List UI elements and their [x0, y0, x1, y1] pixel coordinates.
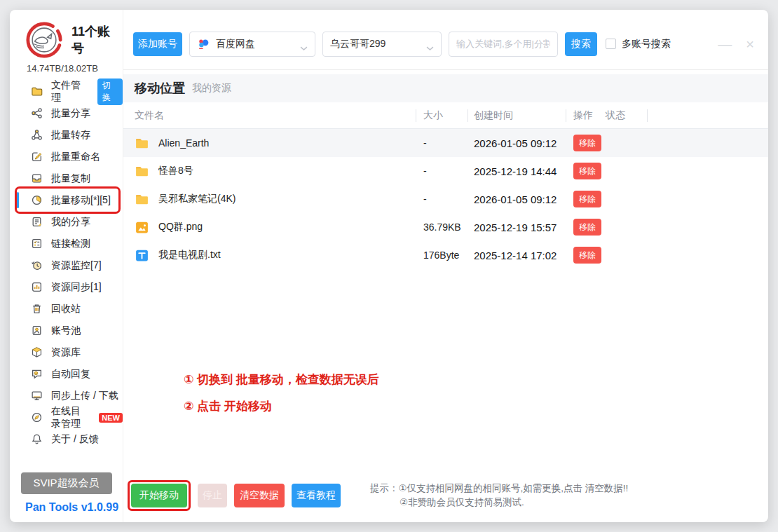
sidebar-item-resource-monitor[interactable]: 资源监控[7]: [10, 254, 123, 276]
netdisk-select[interactable]: 百度网盘: [189, 32, 315, 57]
table-row[interactable]: 怪兽8号-2025-12-19 14:44移除: [123, 157, 768, 185]
sidebar-item-label: 账号池: [51, 325, 81, 337]
sidebar-item-label: 批量重命名: [51, 151, 100, 163]
minimize-button[interactable]: —: [718, 37, 732, 51]
sidebar-item-batch-transfer[interactable]: 批量转存: [10, 124, 123, 146]
keyword-input[interactable]: [449, 32, 558, 57]
column-header-action: 操作: [566, 102, 601, 128]
page-subtitle: 我的资源: [192, 82, 231, 95]
close-button[interactable]: ×: [746, 37, 754, 51]
file-table: Alien_Earth-2026-01-05 09:12移除怪兽8号-2025-…: [123, 129, 768, 269]
file-name: 吴邪私家笔记(4K): [158, 193, 236, 205]
account-select-value: 乌云哥哥299: [330, 38, 421, 50]
remove-button[interactable]: 移除: [573, 191, 601, 207]
add-account-button[interactable]: 添加账号: [133, 32, 182, 56]
row-spacer: [648, 129, 768, 157]
sidebar-item-batch-rename[interactable]: 批量重命名: [10, 146, 123, 168]
sidebar-item-online-dir[interactable]: 在线目录管理NEW: [10, 407, 123, 428]
switch-badge[interactable]: 切换: [97, 79, 123, 105]
remove-button[interactable]: 移除: [573, 163, 601, 179]
netdisk-select-value: 百度网盘: [216, 38, 294, 50]
table-row[interactable]: Alien_Earth-2026-01-05 09:12移除: [123, 129, 768, 157]
compass-icon: [31, 411, 43, 423]
remove-button[interactable]: 移除: [573, 247, 601, 264]
file-name: 怪兽8号: [158, 165, 193, 177]
column-header-size: 大小: [416, 102, 468, 128]
document-icon: [31, 216, 43, 228]
sidebar-item-batch-share[interactable]: 批量分享: [10, 102, 123, 124]
person-card-icon: [31, 325, 43, 336]
file-name: 我是电视剧.txt: [158, 249, 221, 261]
sidebar-item-batch-copy[interactable]: 批量复制: [10, 168, 123, 189]
file-name: Alien_Earth: [158, 137, 209, 149]
folder-file-icon: [135, 164, 149, 179]
search-button[interactable]: 搜索: [565, 32, 597, 56]
sidebar-item-label: 我的分享: [51, 216, 90, 229]
sidebar-item-account-pool[interactable]: 账号池: [10, 320, 123, 341]
tips-line-1: 提示：①仅支持相同网盘的相同账号,如需更换,点击 清空数据!!: [370, 482, 628, 496]
row-spacer: [648, 185, 768, 213]
annotation-step-2: ② 点击 开始移动: [184, 398, 379, 415]
history-clock-icon: [31, 259, 43, 271]
file-status: [601, 129, 648, 157]
pie-chart-icon: [31, 194, 43, 206]
rename-icon: [31, 151, 43, 163]
sidebar-item-label: 资源监控[7]: [51, 259, 102, 272]
remove-button[interactable]: 移除: [573, 219, 601, 236]
table-row[interactable]: 我是电视剧.txt176Byte2025-12-14 17:02移除: [123, 241, 768, 269]
row-spacer: [648, 213, 768, 241]
tips-line-2: ②非赞助会员仅支持简易测试.: [370, 496, 628, 510]
folder-file-icon: [135, 192, 149, 207]
file-name: QQ群.png: [158, 221, 203, 233]
remove-button[interactable]: 移除: [573, 135, 601, 151]
chat-bubble-icon: [31, 368, 43, 380]
column-header-spacer: [648, 102, 768, 128]
sidebar-item-about-feedback[interactable]: 关于 / 反馈: [10, 428, 123, 450]
file-status: [601, 241, 648, 269]
sidebar-item-auto-reply[interactable]: 自动回复: [10, 363, 123, 385]
clear-data-button[interactable]: 清空数据: [234, 484, 285, 507]
file-size: 36.79KB: [416, 213, 468, 241]
multi-account-search-toggle[interactable]: 多账号搜索: [606, 38, 671, 50]
sidebar-item-my-shares[interactable]: 我的分享: [10, 211, 123, 233]
sidebar-item-label: 批量移动[*][5]: [51, 194, 111, 207]
account-count: 11个账号: [71, 23, 123, 57]
stop-button[interactable]: 停止: [198, 484, 227, 507]
image-file-icon: [135, 220, 149, 235]
copy-icon: [31, 172, 43, 184]
sidebar-item-label: 文件管理: [51, 79, 88, 104]
sidebar-item-label: 批量复制: [51, 172, 90, 185]
tips-label: 提示：: [370, 483, 399, 493]
sidebar-item-label: 资源同步[1]: [51, 281, 102, 294]
action-bar: 开始移动 停止 清空数据 查看教程 提示：①仅支持相同网盘的相同账号,如需更换,…: [128, 480, 763, 511]
sidebar-item-resource-lib[interactable]: 资源库: [10, 341, 123, 363]
table-row[interactable]: 吴邪私家笔记(4K)-2026-01-05 09:12移除: [123, 185, 768, 213]
column-header-filename: 文件名: [123, 102, 416, 128]
sidebar-item-sync-up-down[interactable]: 同步上传 / 下载: [10, 385, 123, 407]
annotation-step-1: ① 切换到 批量移动，检查数据无误后: [184, 371, 379, 388]
file-status: [601, 157, 648, 185]
column-header-status: 状态: [601, 102, 648, 128]
trash-icon: [31, 303, 43, 315]
svip-button[interactable]: SVIP超级会员: [21, 472, 112, 494]
view-tutorial-button[interactable]: 查看教程: [292, 484, 341, 507]
file-size: 176Byte: [416, 241, 468, 269]
sidebar-item-file-manager[interactable]: 文件管理切换: [10, 81, 123, 102]
transfer-icon: [31, 129, 43, 141]
file-created-time: 2025-12-14 17:02: [468, 241, 566, 269]
file-status: [601, 185, 648, 213]
account-select[interactable]: 乌云哥哥299: [322, 32, 442, 57]
sidebar-item-batch-move[interactable]: 批量移动[*][5]: [10, 189, 123, 211]
sidebar-item-recycle-bin[interactable]: 回收站: [10, 298, 123, 320]
section-header: 移动位置 我的资源: [123, 74, 768, 102]
start-move-button[interactable]: 开始移动: [131, 484, 187, 507]
checkbox-unchecked-icon[interactable]: [606, 39, 616, 49]
sidebar-item-resource-sync[interactable]: 资源同步[1]: [10, 276, 123, 298]
file-created-time: 2026-01-05 09:12: [468, 185, 566, 213]
chevron-down-icon: [300, 41, 308, 46]
file-created-time: 2025-12-19 14:44: [468, 157, 566, 185]
multi-account-search-label: 多账号搜索: [622, 38, 671, 50]
share-icon: [31, 107, 43, 119]
sidebar-item-link-check[interactable]: 链接检测: [10, 233, 123, 254]
table-row[interactable]: QQ群.png36.79KB2025-12-19 15:57移除: [123, 213, 768, 241]
